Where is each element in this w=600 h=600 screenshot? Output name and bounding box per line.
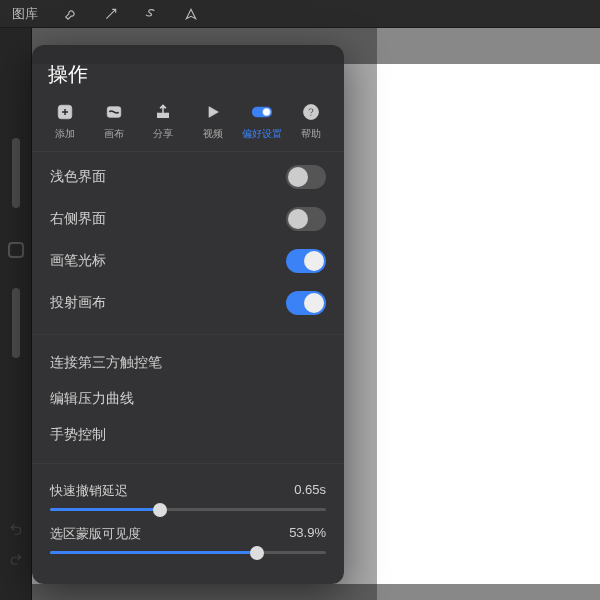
row-undo-delay[interactable]: 快速撤销延迟 0.65s <box>32 474 344 517</box>
tab-label: 偏好设置 <box>242 127 282 141</box>
tab-add[interactable]: 添加 <box>42 102 88 141</box>
tab-label: 添加 <box>55 127 75 141</box>
row-selection-visibility[interactable]: 选区蒙版可见度 53.9% <box>32 517 344 560</box>
row-third-party-stylus[interactable]: 连接第三方触控笔 <box>32 345 344 381</box>
play-icon <box>203 102 223 122</box>
tab-share[interactable]: 分享 <box>140 102 186 141</box>
undo-icon[interactable] <box>9 522 23 540</box>
prefs-toggle-section: 浅色界面 右侧界面 画笔光标 投射画布 <box>32 152 344 328</box>
row-project-canvas[interactable]: 投射画布 <box>32 282 344 324</box>
canvas-icon <box>104 102 124 122</box>
row-label: 右侧界面 <box>50 210 106 228</box>
slider-selection-visibility[interactable] <box>50 551 326 554</box>
svg-point-3 <box>262 108 270 116</box>
toggle-brush-cursor[interactable] <box>286 249 326 273</box>
toggle-project-canvas[interactable] <box>286 291 326 315</box>
s-icon[interactable] <box>144 7 158 21</box>
slider-value: 53.9% <box>289 525 326 543</box>
prefs-sliders-section: 快速撤销延迟 0.65s 选区蒙版可见度 53.9% <box>32 470 344 564</box>
share-icon <box>153 102 173 122</box>
panel-tabs: 添加 画布 分享 视频 偏好设置 ? <box>32 98 344 152</box>
top-toolbar: 图库 <box>0 0 600 28</box>
wand-icon[interactable] <box>104 7 118 21</box>
slider-value: 0.65s <box>294 482 326 500</box>
row-label: 连接第三方触控笔 <box>50 354 162 372</box>
row-label: 画笔光标 <box>50 252 106 270</box>
toggle-icon <box>252 102 272 122</box>
svg-text:?: ? <box>308 106 314 118</box>
panel-title: 操作 <box>32 57 344 98</box>
row-light-interface[interactable]: 浅色界面 <box>32 156 344 198</box>
wrench-icon[interactable] <box>64 7 78 21</box>
row-label: 投射画布 <box>50 294 106 312</box>
brush-size-slider[interactable] <box>12 138 20 208</box>
toggle-right-interface[interactable] <box>286 207 326 231</box>
tab-canvas[interactable]: 画布 <box>91 102 137 141</box>
slider-label: 快速撤销延迟 <box>50 482 128 500</box>
tab-label: 帮助 <box>301 127 321 141</box>
row-label: 浅色界面 <box>50 168 106 186</box>
prefs-links-section: 连接第三方触控笔 编辑压力曲线 手势控制 <box>32 341 344 457</box>
opacity-slider[interactable] <box>12 288 20 358</box>
tab-label: 分享 <box>153 127 173 141</box>
tab-help[interactable]: ? 帮助 <box>288 102 334 141</box>
row-pressure-curve[interactable]: 编辑压力曲线 <box>32 381 344 417</box>
divider <box>32 334 344 335</box>
slider-label: 选区蒙版可见度 <box>50 525 141 543</box>
tab-video[interactable]: 视频 <box>190 102 236 141</box>
row-right-interface[interactable]: 右侧界面 <box>32 198 344 240</box>
actions-panel: 操作 添加 画布 分享 视频 <box>32 45 344 584</box>
modify-button[interactable] <box>8 242 24 258</box>
row-label: 编辑压力曲线 <box>50 390 134 408</box>
plus-square-icon <box>55 102 75 122</box>
divider <box>32 463 344 464</box>
row-label: 手势控制 <box>50 426 106 444</box>
cursor-icon[interactable] <box>184 7 198 21</box>
gallery-button[interactable]: 图库 <box>12 5 38 23</box>
redo-icon[interactable] <box>9 552 23 570</box>
toggle-light-interface[interactable] <box>286 165 326 189</box>
row-brush-cursor[interactable]: 画笔光标 <box>32 240 344 282</box>
left-sidebar <box>0 28 32 600</box>
tab-label: 视频 <box>203 127 223 141</box>
slider-undo-delay[interactable] <box>50 508 326 511</box>
row-gesture-controls[interactable]: 手势控制 <box>32 417 344 453</box>
help-icon: ? <box>301 102 321 122</box>
tab-prefs[interactable]: 偏好设置 <box>239 102 285 141</box>
tab-label: 画布 <box>104 127 124 141</box>
